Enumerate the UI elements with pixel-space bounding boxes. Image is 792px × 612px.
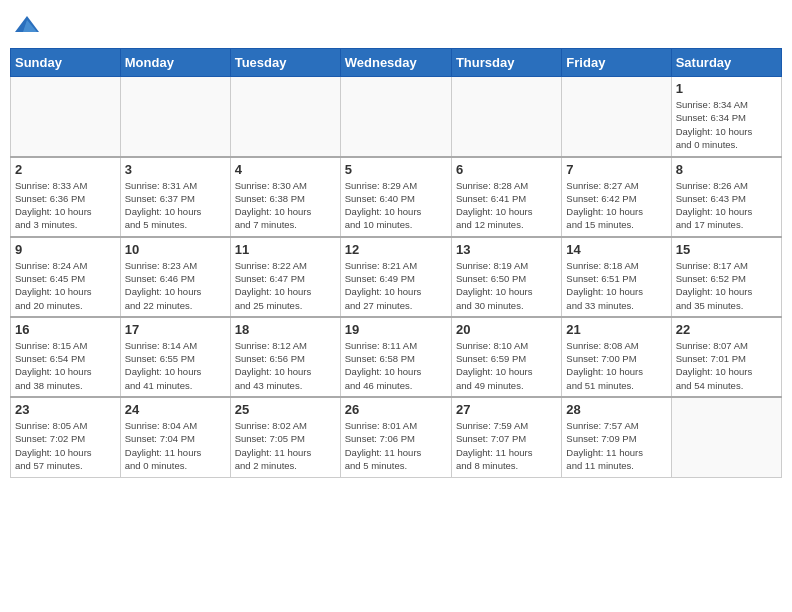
calendar-cell: 5Sunrise: 8:29 AM Sunset: 6:40 PM Daylig… [340,157,451,237]
calendar-row-1: 1Sunrise: 8:34 AM Sunset: 6:34 PM Daylig… [11,77,782,157]
calendar-cell: 22Sunrise: 8:07 AM Sunset: 7:01 PM Dayli… [671,317,781,397]
day-info: Sunrise: 8:02 AM Sunset: 7:05 PM Dayligh… [235,419,336,472]
calendar-cell: 28Sunrise: 7:57 AM Sunset: 7:09 PM Dayli… [562,397,671,477]
day-info: Sunrise: 8:30 AM Sunset: 6:38 PM Dayligh… [235,179,336,232]
day-number: 28 [566,402,666,417]
page-header [10,10,782,44]
day-info: Sunrise: 8:07 AM Sunset: 7:01 PM Dayligh… [676,339,777,392]
day-number: 3 [125,162,226,177]
day-number: 13 [456,242,557,257]
calendar-cell: 21Sunrise: 8:08 AM Sunset: 7:00 PM Dayli… [562,317,671,397]
day-number: 16 [15,322,116,337]
calendar-cell [340,77,451,157]
day-info: Sunrise: 8:14 AM Sunset: 6:55 PM Dayligh… [125,339,226,392]
weekday-header-monday: Monday [120,49,230,77]
day-info: Sunrise: 8:27 AM Sunset: 6:42 PM Dayligh… [566,179,666,232]
calendar-cell: 3Sunrise: 8:31 AM Sunset: 6:37 PM Daylig… [120,157,230,237]
calendar-cell [451,77,561,157]
calendar-cell: 4Sunrise: 8:30 AM Sunset: 6:38 PM Daylig… [230,157,340,237]
calendar-cell: 11Sunrise: 8:22 AM Sunset: 6:47 PM Dayli… [230,237,340,317]
weekday-header-wednesday: Wednesday [340,49,451,77]
day-number: 26 [345,402,447,417]
calendar-cell: 13Sunrise: 8:19 AM Sunset: 6:50 PM Dayli… [451,237,561,317]
calendar-cell: 9Sunrise: 8:24 AM Sunset: 6:45 PM Daylig… [11,237,121,317]
calendar-cell: 14Sunrise: 8:18 AM Sunset: 6:51 PM Dayli… [562,237,671,317]
day-number: 1 [676,81,777,96]
day-number: 11 [235,242,336,257]
day-number: 27 [456,402,557,417]
calendar-cell: 23Sunrise: 8:05 AM Sunset: 7:02 PM Dayli… [11,397,121,477]
weekday-header-friday: Friday [562,49,671,77]
day-number: 24 [125,402,226,417]
day-info: Sunrise: 8:08 AM Sunset: 7:00 PM Dayligh… [566,339,666,392]
day-number: 21 [566,322,666,337]
day-number: 22 [676,322,777,337]
day-info: Sunrise: 8:17 AM Sunset: 6:52 PM Dayligh… [676,259,777,312]
day-number: 18 [235,322,336,337]
day-info: Sunrise: 8:28 AM Sunset: 6:41 PM Dayligh… [456,179,557,232]
day-number: 9 [15,242,116,257]
day-number: 19 [345,322,447,337]
calendar-row-5: 23Sunrise: 8:05 AM Sunset: 7:02 PM Dayli… [11,397,782,477]
day-info: Sunrise: 7:57 AM Sunset: 7:09 PM Dayligh… [566,419,666,472]
calendar-cell [11,77,121,157]
weekday-header-tuesday: Tuesday [230,49,340,77]
day-number: 6 [456,162,557,177]
day-number: 14 [566,242,666,257]
calendar-cell [671,397,781,477]
day-info: Sunrise: 8:01 AM Sunset: 7:06 PM Dayligh… [345,419,447,472]
day-number: 15 [676,242,777,257]
calendar-header-row: SundayMondayTuesdayWednesdayThursdayFrid… [11,49,782,77]
day-number: 5 [345,162,447,177]
day-info: Sunrise: 8:10 AM Sunset: 6:59 PM Dayligh… [456,339,557,392]
weekday-header-saturday: Saturday [671,49,781,77]
calendar-cell: 8Sunrise: 8:26 AM Sunset: 6:43 PM Daylig… [671,157,781,237]
day-info: Sunrise: 8:23 AM Sunset: 6:46 PM Dayligh… [125,259,226,312]
weekday-header-sunday: Sunday [11,49,121,77]
day-info: Sunrise: 8:05 AM Sunset: 7:02 PM Dayligh… [15,419,116,472]
calendar-cell: 1Sunrise: 8:34 AM Sunset: 6:34 PM Daylig… [671,77,781,157]
calendar-cell: 18Sunrise: 8:12 AM Sunset: 6:56 PM Dayli… [230,317,340,397]
calendar-cell: 19Sunrise: 8:11 AM Sunset: 6:58 PM Dayli… [340,317,451,397]
day-number: 17 [125,322,226,337]
weekday-header-thursday: Thursday [451,49,561,77]
day-number: 12 [345,242,447,257]
logo-icon [13,12,41,44]
day-number: 8 [676,162,777,177]
day-number: 23 [15,402,116,417]
calendar-cell: 16Sunrise: 8:15 AM Sunset: 6:54 PM Dayli… [11,317,121,397]
day-info: Sunrise: 8:24 AM Sunset: 6:45 PM Dayligh… [15,259,116,312]
logo [10,10,41,44]
day-number: 20 [456,322,557,337]
day-info: Sunrise: 8:04 AM Sunset: 7:04 PM Dayligh… [125,419,226,472]
calendar-row-3: 9Sunrise: 8:24 AM Sunset: 6:45 PM Daylig… [11,237,782,317]
day-info: Sunrise: 8:12 AM Sunset: 6:56 PM Dayligh… [235,339,336,392]
day-info: Sunrise: 8:15 AM Sunset: 6:54 PM Dayligh… [15,339,116,392]
calendar-cell: 10Sunrise: 8:23 AM Sunset: 6:46 PM Dayli… [120,237,230,317]
day-number: 4 [235,162,336,177]
day-number: 7 [566,162,666,177]
calendar-cell: 15Sunrise: 8:17 AM Sunset: 6:52 PM Dayli… [671,237,781,317]
day-info: Sunrise: 8:31 AM Sunset: 6:37 PM Dayligh… [125,179,226,232]
calendar-cell: 12Sunrise: 8:21 AM Sunset: 6:49 PM Dayli… [340,237,451,317]
calendar-cell [562,77,671,157]
calendar-cell: 26Sunrise: 8:01 AM Sunset: 7:06 PM Dayli… [340,397,451,477]
calendar-cell: 6Sunrise: 8:28 AM Sunset: 6:41 PM Daylig… [451,157,561,237]
calendar-cell: 17Sunrise: 8:14 AM Sunset: 6:55 PM Dayli… [120,317,230,397]
calendar-table: SundayMondayTuesdayWednesdayThursdayFrid… [10,48,782,478]
day-info: Sunrise: 8:22 AM Sunset: 6:47 PM Dayligh… [235,259,336,312]
calendar-row-2: 2Sunrise: 8:33 AM Sunset: 6:36 PM Daylig… [11,157,782,237]
day-info: Sunrise: 8:11 AM Sunset: 6:58 PM Dayligh… [345,339,447,392]
day-number: 2 [15,162,116,177]
day-info: Sunrise: 8:18 AM Sunset: 6:51 PM Dayligh… [566,259,666,312]
day-info: Sunrise: 8:26 AM Sunset: 6:43 PM Dayligh… [676,179,777,232]
day-info: Sunrise: 8:33 AM Sunset: 6:36 PM Dayligh… [15,179,116,232]
calendar-cell: 20Sunrise: 8:10 AM Sunset: 6:59 PM Dayli… [451,317,561,397]
calendar-cell: 24Sunrise: 8:04 AM Sunset: 7:04 PM Dayli… [120,397,230,477]
day-number: 25 [235,402,336,417]
day-info: Sunrise: 8:19 AM Sunset: 6:50 PM Dayligh… [456,259,557,312]
calendar-cell: 27Sunrise: 7:59 AM Sunset: 7:07 PM Dayli… [451,397,561,477]
calendar-cell: 7Sunrise: 8:27 AM Sunset: 6:42 PM Daylig… [562,157,671,237]
calendar-cell: 2Sunrise: 8:33 AM Sunset: 6:36 PM Daylig… [11,157,121,237]
calendar-row-4: 16Sunrise: 8:15 AM Sunset: 6:54 PM Dayli… [11,317,782,397]
